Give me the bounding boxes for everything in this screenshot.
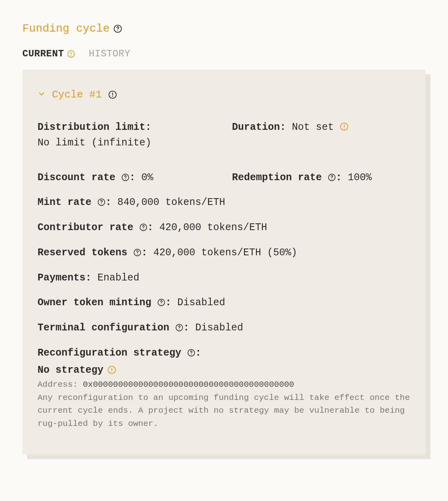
- svg-point-22: [161, 304, 162, 305]
- reconfig-warning-text: Any reconfiguration to an upcoming fundi…: [38, 392, 410, 431]
- help-icon[interactable]: [328, 173, 336, 181]
- svg-point-4: [71, 55, 71, 56]
- field-duration: Duration: Not set: [232, 120, 410, 135]
- cycle-title: Cycle #1: [52, 89, 102, 101]
- field-contributor-rate: Contributor rate : 420,000 tokens/ETH: [38, 220, 410, 236]
- discount-rate-label: Discount rate: [38, 172, 115, 183]
- help-icon[interactable]: [133, 249, 141, 256]
- reconfig-value: No strategy: [38, 364, 103, 376]
- field-payments: Payments: Enabled: [38, 270, 410, 286]
- chevron-down-icon: [38, 90, 46, 100]
- reconfig-strategy-value-row: No strategy: [38, 364, 116, 376]
- address-value: 0x00000000000000000000000000000000000000…: [83, 380, 294, 389]
- tab-history-label: HISTORY: [89, 48, 130, 59]
- terminal-config-value: Disabled: [195, 322, 243, 334]
- terminal-config-label: Terminal configuration: [38, 322, 169, 334]
- warning-icon: [67, 50, 75, 58]
- tab-history[interactable]: HISTORY: [89, 48, 130, 59]
- help-icon[interactable]: [157, 298, 165, 306]
- help-icon[interactable]: [175, 324, 183, 332]
- help-icon[interactable]: [187, 349, 195, 357]
- field-redemption-rate: Redemption rate : 100%: [232, 170, 410, 186]
- owner-minting-label: Owner token minting: [38, 297, 151, 308]
- distribution-limit-label: Distribution limit: [38, 121, 145, 133]
- svg-point-10: [344, 128, 345, 129]
- owner-minting-value: Disabled: [177, 297, 225, 308]
- help-icon[interactable]: [113, 24, 122, 33]
- mint-rate-label: Mint rate: [38, 197, 91, 208]
- payments-value: Enabled: [97, 272, 139, 284]
- discount-rate-value: 0%: [141, 172, 153, 183]
- payments-label: Payments: [38, 272, 85, 284]
- duration-label: Duration: [232, 121, 280, 133]
- section-title: Funding cycle: [22, 22, 426, 35]
- help-icon[interactable]: [121, 173, 129, 181]
- help-icon[interactable]: [139, 223, 147, 231]
- warning-icon: [340, 122, 349, 131]
- help-icon[interactable]: [97, 198, 105, 206]
- field-mint-rate: Mint rate : 840,000 tokens/ETH: [38, 195, 410, 211]
- svg-point-1: [117, 30, 118, 31]
- field-terminal-config: Terminal configuration : Disabled: [38, 320, 410, 336]
- contributor-rate-label: Contributor rate: [38, 222, 133, 233]
- reconfig-label: Reconfiguration strategy: [38, 347, 181, 359]
- tabs: CURRENT HISTORY: [22, 48, 426, 59]
- field-discount-rate: Discount rate : 0%: [38, 170, 216, 186]
- redemption-rate-value: 100%: [348, 172, 372, 183]
- tab-current[interactable]: CURRENT: [22, 48, 75, 59]
- reconfig-address-row: Address: 0x00000000000000000000000000000…: [38, 380, 410, 389]
- section-title-text: Funding cycle: [22, 22, 109, 35]
- field-owner-minting: Owner token minting : Disabled: [38, 295, 410, 311]
- svg-point-7: [112, 96, 113, 97]
- redemption-rate-label: Redemption rate: [232, 172, 322, 183]
- svg-point-12: [125, 179, 126, 179]
- warning-icon: [108, 90, 117, 99]
- svg-point-18: [143, 229, 144, 229]
- svg-point-29: [111, 371, 112, 372]
- reserved-tokens-label: Reserved tokens: [38, 247, 127, 258]
- tab-current-label: CURRENT: [22, 48, 64, 59]
- duration-value: Not set: [292, 121, 334, 133]
- field-reserved-tokens: Reserved tokens : 420,000 tokens/ETH (50…: [38, 245, 410, 261]
- warning-icon: [107, 366, 116, 374]
- svg-point-16: [101, 204, 102, 205]
- mint-rate-value: 840,000 tokens/ETH: [117, 197, 225, 208]
- field-distribution-limit: Distribution limit: No limit (infinite): [38, 120, 216, 151]
- svg-point-20: [137, 254, 138, 254]
- distribution-limit-value: No limit (infinite): [38, 137, 151, 149]
- svg-point-26: [191, 354, 192, 355]
- cycle-card: Cycle #1 Distribution limit: No limit (i…: [22, 70, 426, 454]
- field-reconfig-strategy: Reconfiguration strategy :: [38, 346, 410, 361]
- reserved-tokens-value: 420,000 tokens/ETH (50%): [153, 247, 297, 258]
- address-label: Address:: [38, 380, 83, 389]
- svg-point-14: [331, 179, 332, 179]
- svg-point-24: [179, 329, 180, 330]
- cycle-header[interactable]: Cycle #1: [38, 89, 410, 101]
- contributor-rate-value: 420,000 tokens/ETH: [159, 222, 267, 233]
